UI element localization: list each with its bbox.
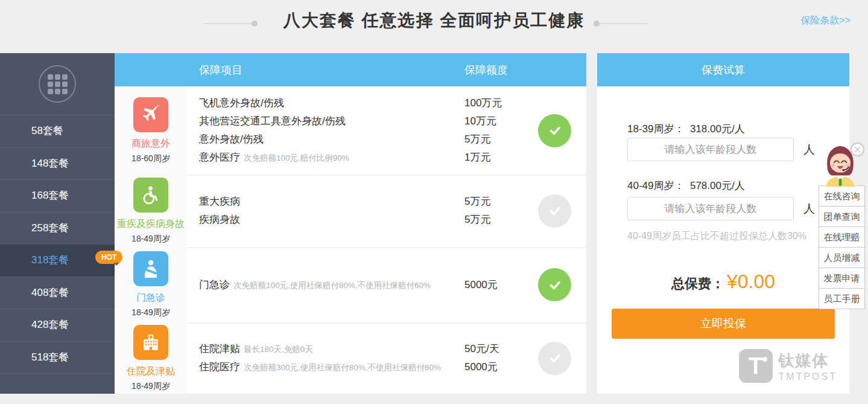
table-header: 保障项目 保障额度 [115, 53, 586, 86]
wheelchair-icon [133, 178, 168, 213]
package-category: 门急诊 18-49周岁 [115, 247, 187, 322]
age-group-2-price: 40-49周岁： 578.00元/人 [627, 179, 745, 193]
watermark-en: TMTPOST [779, 371, 837, 382]
package-category: 重疾及疾病身故 18-49周岁 [115, 175, 187, 247]
total-premium-label: 总保费： [671, 276, 724, 291]
checkmark-unselected-icon[interactable] [538, 342, 571, 375]
age-group-1-price: 18-39周岁： 318.00元/人 [627, 122, 745, 136]
tmtpost-watermark: T 钛媒体 TMTPOST [739, 349, 837, 383]
menu-item-invoice-request[interactable]: 发票申请 [819, 268, 865, 289]
package-sidebar: 58套餐 148套餐 168套餐 258套餐 318套餐 HOT 408套餐 4… [0, 53, 115, 394]
total-premium: 总保费：¥0.00 [597, 271, 849, 293]
service-menu: 在线咨询 团单查询 在线理赔 人员增减 发票申请 员工手册 [819, 186, 865, 309]
benefit-line: 飞机意外身故/伤残 100万元 [199, 94, 523, 112]
benefit-line: 重大疾病 5万元 [199, 193, 523, 211]
benefit-line: 门急诊次免赔额100元,使用社保赔付80%,不使用社保赔付60% 5000元 [199, 276, 523, 294]
benefit-line: 住院津贴最长180天,免赔0天 50元/天 [199, 340, 523, 358]
insure-now-button[interactable]: 立即投保 [612, 309, 835, 339]
sidebar-item-428[interactable]: 428套餐 [0, 309, 115, 341]
sidebar-item-318[interactable]: 318套餐 HOT [0, 244, 115, 277]
sidebar-filler [0, 373, 115, 394]
benefit-list: 门急诊次免赔额100元,使用社保赔付80%,不使用社保赔付60% 5000元 [187, 247, 523, 322]
package-category: 商旅意外 18-60周岁 [115, 86, 187, 175]
package-age-range: 18-60周岁 [131, 153, 170, 164]
insurance-terms-link[interactable]: 保险条款>> [800, 14, 851, 27]
package-name: 住院及津贴 [127, 365, 175, 378]
watermark-cn: 钛媒体 [779, 350, 837, 371]
total-premium-value: ¥0.00 [727, 271, 775, 292]
sidebar-item-148[interactable]: 148套餐 [0, 147, 115, 180]
table-row: 商旅意外 18-60周岁 飞机意外身故/伤残 100万元 其他营运交通工具意外身… [115, 86, 586, 175]
package-name: 门急诊 [136, 292, 165, 304]
benefits-table: 保障项目 保障额度 商旅意外 18-60周岁 飞机意外身故/伤残 100万元 其… [115, 53, 586, 394]
package-age-range: 18-49周岁 [131, 307, 170, 318]
column-header-item: 保障项目 [115, 63, 464, 77]
menu-item-staff-change[interactable]: 人员增减 [819, 247, 865, 268]
title-decoration-right [596, 21, 648, 27]
unit-label: 人 [803, 201, 815, 217]
menu-item-group-order-query[interactable]: 团单查询 [819, 206, 865, 227]
sidebar-item-258[interactable]: 258套餐 [0, 212, 115, 245]
page-title: 八大套餐 任意选择 全面呵护员工健康 [0, 9, 868, 32]
sidebar-item-58[interactable]: 58套餐 [0, 115, 115, 147]
checkmark-unselected-icon[interactable] [538, 194, 571, 228]
table-row: 门急诊 18-49周岁 门急诊次免赔额100元,使用社保赔付80%,不使用社保赔… [115, 247, 586, 322]
benefit-line: 住院医疗次免赔额300元,使用社保赔付80%,不使用社保赔付60% 5000元 [199, 358, 523, 376]
package-name: 商旅意外 [131, 138, 170, 150]
unit-label: 人 [803, 142, 815, 158]
calculator-title: 保费试算 [597, 53, 849, 86]
package-age-range: 18-49周岁 [131, 381, 170, 392]
sidebar-header [0, 53, 115, 115]
sidebar-item-168[interactable]: 168套餐 [0, 179, 115, 212]
benefit-line: 意外身故/伤残 5万元 [199, 130, 523, 149]
table-row: 重疾及疾病身故 18-49周岁 重大疾病 5万元 疾病身故 5万元 [115, 175, 586, 247]
menu-item-online-consult[interactable]: 在线咨询 [819, 185, 865, 207]
hospital-icon [133, 325, 168, 360]
close-icon[interactable]: ✕ [851, 143, 864, 156]
package-name: 重疾及疾病身故 [117, 218, 185, 231]
hot-badge: HOT [95, 251, 122, 264]
benefit-list: 住院津贴最长180天,免赔0天 50元/天 住院医疗次免赔额300元,使用社保赔… [187, 322, 523, 394]
benefit-line: 疾病身故 5万元 [199, 211, 523, 229]
menu-item-online-claim[interactable]: 在线理赔 [819, 226, 865, 248]
tmtpost-logo-icon: T [739, 349, 773, 383]
benefit-list: 重大疾病 5万元 疾病身故 5万元 [187, 175, 523, 247]
plane-icon [133, 97, 168, 132]
benefit-line: 意外医疗次免赔额100元,赔付比例90% 1万元 [199, 149, 523, 167]
checkmark-selected-icon[interactable] [538, 114, 571, 147]
table-row: 住院及津贴 18-49周岁 住院津贴最长180天,免赔0天 50元/天 住院医疗… [115, 322, 586, 394]
benefit-line: 其他营运交通工具意外身故/伤残 10万元 [199, 112, 523, 130]
package-category: 住院及津贴 18-49周岁 [115, 322, 187, 394]
age-group-1-count-input[interactable] [627, 138, 794, 161]
checkmark-selected-icon[interactable] [538, 268, 571, 301]
age-group-2-count-input[interactable] [627, 197, 794, 220]
sidebar-item-518[interactable]: 518套餐 [0, 341, 115, 374]
benefit-list: 飞机意外身故/伤残 100万元 其他营运交通工具意外身故/伤残 10万元 意外身… [187, 86, 523, 175]
sidebar-item-408[interactable]: 408套餐 [0, 277, 115, 309]
ratio-note: 40-49周岁员工占比不超过投保总人数30% [627, 230, 806, 243]
package-age-range: 18-49周岁 [131, 234, 170, 245]
outpatient-icon [133, 251, 168, 286]
menu-item-employee-handbook[interactable]: 员工手册 [819, 288, 865, 309]
page: 八大套餐 任意选择 全面呵护员工健康 保险条款>> 58套餐 148套餐 168… [0, 0, 868, 404]
premium-calculator-panel: 保费试算 18-39周岁： 318.00元/人 人 40-49周岁： 578.0… [597, 53, 849, 394]
column-header-amount: 保障额度 [464, 63, 508, 77]
grid-icon [39, 65, 76, 103]
